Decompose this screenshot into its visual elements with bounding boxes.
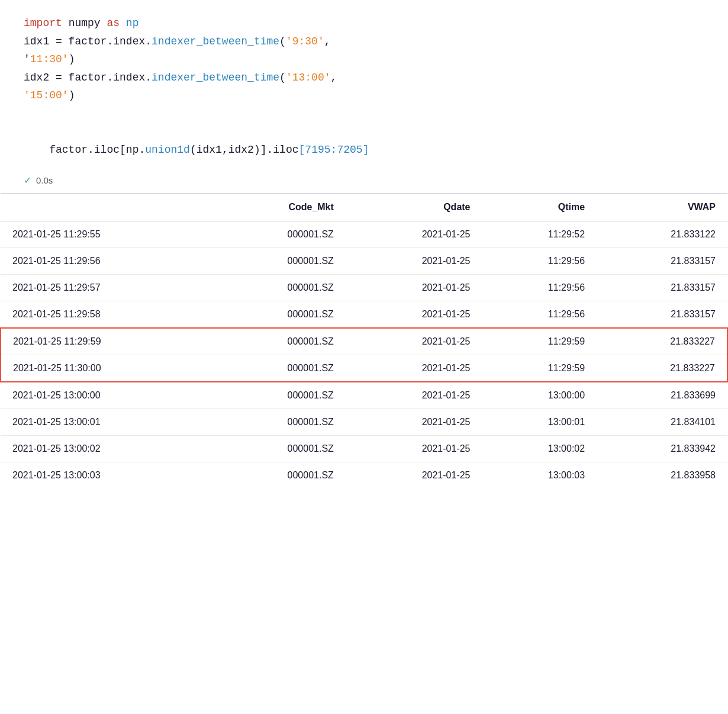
row-vwap: 21.833157 <box>597 274 727 301</box>
row-index: 2021-01-25 11:29:57 <box>1 274 213 301</box>
row-qdate: 2021-01-25 <box>346 462 482 488</box>
row-qdate: 2021-01-25 <box>346 382 482 409</box>
table-container: Code_Mkt Qdate Qtime VWAP 2021-01-25 11:… <box>0 193 728 488</box>
row-code-mkt: 000001.SZ <box>213 382 346 409</box>
row-qtime: 11:29:52 <box>482 221 597 247</box>
row-vwap: 21.833699 <box>597 382 727 409</box>
row-qdate: 2021-01-25 <box>346 435 482 462</box>
code-line-8: factor.iloc[np.union1d(idx1,idx2)].iloc[… <box>24 141 704 159</box>
table-row: 2021-01-25 11:29:58000001.SZ2021-01-2511… <box>1 301 727 328</box>
row-vwap: 21.833227 <box>597 355 727 382</box>
code-line-1: import numpy as np <box>24 14 704 33</box>
col-header-qdate: Qdate <box>346 193 482 221</box>
row-code-mkt: 000001.SZ <box>213 274 346 301</box>
row-vwap: 21.833227 <box>597 328 727 355</box>
keyword-import: import <box>24 17 62 29</box>
code-line-3: '11:30') <box>24 50 704 69</box>
row-code-mkt: 000001.SZ <box>213 301 346 328</box>
row-index: 2021-01-25 11:29:55 <box>1 221 213 247</box>
row-index: 2021-01-25 13:00:02 <box>1 435 213 462</box>
row-vwap: 21.833958 <box>597 462 727 488</box>
row-vwap: 21.833157 <box>597 301 727 328</box>
row-qdate: 2021-01-25 <box>346 328 482 355</box>
table-row: 2021-01-25 11:29:55000001.SZ2021-01-2511… <box>1 221 727 247</box>
row-index: 2021-01-25 11:29:58 <box>1 301 213 328</box>
table-row: 2021-01-25 13:00:00000001.SZ2021-01-2513… <box>1 382 727 409</box>
row-qtime: 11:29:59 <box>482 355 597 382</box>
row-index: 2021-01-25 13:00:03 <box>1 462 213 488</box>
col-header-index <box>1 193 213 221</box>
row-qtime: 13:00:02 <box>482 435 597 462</box>
row-qdate: 2021-01-25 <box>346 355 482 382</box>
row-index: 2021-01-25 11:29:56 <box>1 247 213 274</box>
code-line-5: '15:00') <box>24 86 704 105</box>
row-qdate: 2021-01-25 <box>346 409 482 435</box>
code-line-4: idx2 = factor.index.indexer_between_time… <box>24 69 704 87</box>
row-qdate: 2021-01-25 <box>346 247 482 274</box>
row-code-mkt: 000001.SZ <box>213 355 346 382</box>
row-qtime: 11:29:56 <box>482 274 597 301</box>
row-qdate: 2021-01-25 <box>346 274 482 301</box>
row-vwap: 21.833122 <box>597 221 727 247</box>
row-code-mkt: 000001.SZ <box>213 247 346 274</box>
row-qdate: 2021-01-25 <box>346 221 482 247</box>
table-row: 2021-01-25 11:30:00000001.SZ2021-01-2511… <box>1 355 727 382</box>
row-index: 2021-01-25 11:30:00 <box>1 355 213 382</box>
table-row: 2021-01-25 11:29:57000001.SZ2021-01-2511… <box>1 274 727 301</box>
code-line-6 <box>24 105 704 123</box>
row-vwap: 21.833942 <box>597 435 727 462</box>
execution-time: 0.0s <box>36 175 53 185</box>
row-qtime: 11:29:56 <box>482 247 597 274</box>
check-icon: ✓ <box>24 175 31 186</box>
row-qtime: 13:00:01 <box>482 409 597 435</box>
table-row: 2021-01-25 11:29:56000001.SZ2021-01-2511… <box>1 247 727 274</box>
table-row: 2021-01-25 13:00:03000001.SZ2021-01-2513… <box>1 462 727 488</box>
row-code-mkt: 000001.SZ <box>213 435 346 462</box>
row-code-mkt: 000001.SZ <box>213 328 346 355</box>
row-index: 2021-01-25 13:00:00 <box>1 382 213 409</box>
row-index: 2021-01-25 13:00:01 <box>1 409 213 435</box>
table-row: 2021-01-25 11:29:59000001.SZ2021-01-2511… <box>1 328 727 355</box>
table-row: 2021-01-25 13:00:01000001.SZ2021-01-2513… <box>1 409 727 435</box>
table-row: 2021-01-25 13:00:02000001.SZ2021-01-2513… <box>1 435 727 462</box>
row-vwap: 21.833157 <box>597 247 727 274</box>
row-qtime: 13:00:00 <box>482 382 597 409</box>
row-qtime: 13:00:03 <box>482 462 597 488</box>
row-code-mkt: 000001.SZ <box>213 221 346 247</box>
code-line-2: idx1 = factor.index.indexer_between_time… <box>24 33 704 51</box>
row-code-mkt: 000001.SZ <box>213 462 346 488</box>
data-table: Code_Mkt Qdate Qtime VWAP 2021-01-25 11:… <box>0 193 728 488</box>
row-index: 2021-01-25 11:29:59 <box>1 328 213 355</box>
col-header-qtime: Qtime <box>482 193 597 221</box>
status-line: ✓ 0.0s <box>0 169 728 193</box>
table-header-row: Code_Mkt Qdate Qtime VWAP <box>1 193 727 221</box>
code-block: import numpy as np idx1 = factor.index.i… <box>0 0 728 169</box>
row-vwap: 21.834101 <box>597 409 727 435</box>
keyword-as: as <box>107 17 120 29</box>
row-qtime: 11:29:59 <box>482 328 597 355</box>
row-qdate: 2021-01-25 <box>346 301 482 328</box>
row-code-mkt: 000001.SZ <box>213 409 346 435</box>
row-qtime: 11:29:56 <box>482 301 597 328</box>
code-line-7 <box>24 123 704 141</box>
col-header-vwap: VWAP <box>597 193 727 221</box>
col-header-code-mkt: Code_Mkt <box>213 193 346 221</box>
